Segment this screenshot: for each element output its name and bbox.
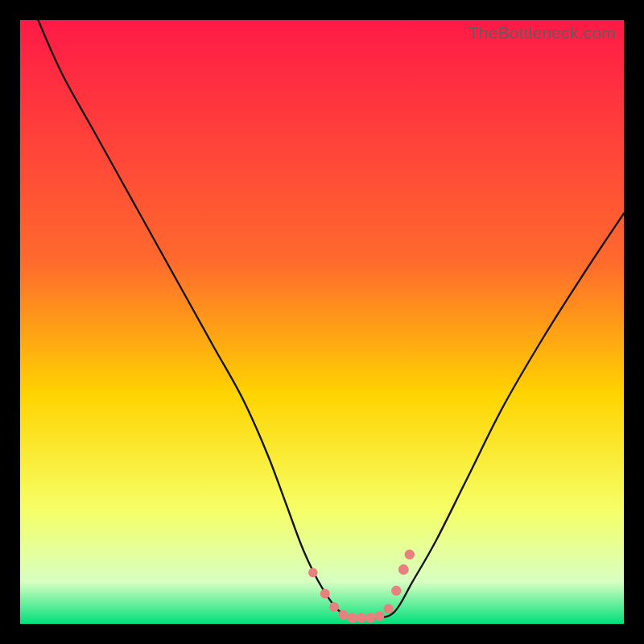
- highlight-dot: [320, 589, 330, 599]
- highlight-dot: [398, 564, 409, 575]
- plot-area: TheBottleneck.com: [20, 20, 624, 624]
- highlight-dot: [384, 604, 394, 613]
- curve-svg: [20, 20, 624, 624]
- highlight-dot: [405, 550, 415, 559]
- highlight-dot: [374, 611, 384, 621]
- highlight-dot: [329, 602, 339, 612]
- highlight-markers: [308, 550, 415, 623]
- highlight-dot: [391, 586, 401, 596]
- highlight-dot: [338, 610, 348, 620]
- highlight-dot: [347, 613, 357, 622]
- highlight-dot: [357, 613, 366, 622]
- chart-frame: TheBottleneck.com: [0, 0, 644, 644]
- highlight-dot: [308, 568, 318, 578]
- highlight-dot: [365, 613, 375, 622]
- bottleneck-curve: [20, 20, 624, 619]
- attribution-label: TheBottleneck.com: [469, 23, 616, 43]
